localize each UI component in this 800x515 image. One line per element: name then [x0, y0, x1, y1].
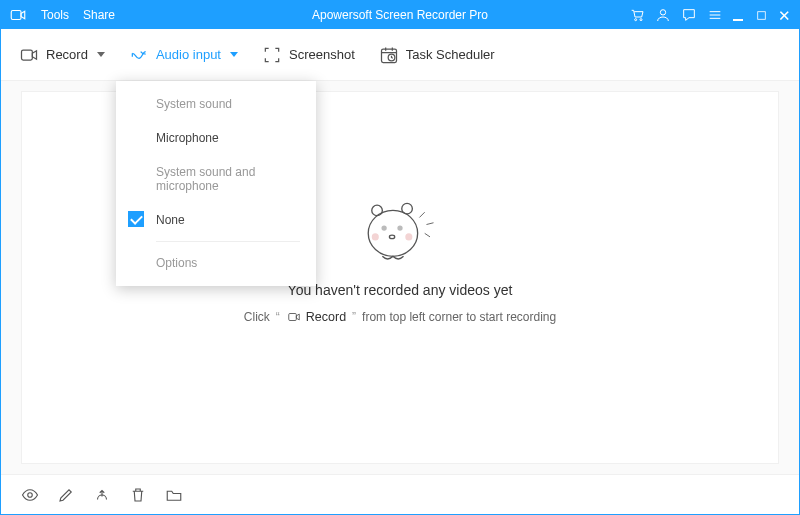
dropdown-item-system-sound[interactable]: System sound	[116, 87, 316, 121]
screenshot-label: Screenshot	[289, 47, 355, 62]
task-scheduler-button[interactable]: Task Scheduler	[379, 45, 495, 65]
dropdown-item-none-label: None	[156, 213, 185, 227]
svg-point-2	[640, 19, 642, 21]
record-button[interactable]: Record	[19, 45, 105, 65]
dropdown-item-none[interactable]: None	[116, 203, 316, 237]
task-scheduler-label: Task Scheduler	[406, 47, 495, 62]
close-button[interactable]: ✕	[778, 8, 791, 23]
audio-input-button[interactable]: Audio input	[129, 45, 238, 65]
empty-title: You haven't recorded any videos yet	[288, 282, 513, 298]
titlebar: Tools Share Apowersoft Screen Recorder P…	[1, 1, 799, 29]
svg-point-10	[397, 225, 402, 230]
mini-record-indicator: Record	[286, 310, 346, 324]
menu-tools[interactable]: Tools	[41, 8, 69, 22]
screenshot-button[interactable]: Screenshot	[262, 45, 355, 65]
svg-rect-4	[758, 11, 766, 19]
dropdown-item-system-and-mic[interactable]: System sound and microphone	[116, 155, 316, 203]
mascot-illustration	[355, 191, 445, 270]
chevron-down-icon	[97, 52, 105, 57]
feedback-icon[interactable]	[681, 7, 697, 23]
svg-point-1	[635, 19, 637, 21]
chevron-down-icon	[230, 52, 238, 57]
svg-point-8	[368, 210, 417, 256]
empty-click-text: Click	[244, 310, 270, 324]
quote-mark: ”	[352, 310, 356, 324]
svg-point-15	[402, 203, 413, 214]
svg-point-12	[372, 233, 379, 240]
footer-toolbar	[1, 474, 799, 514]
edit-icon[interactable]	[57, 486, 75, 504]
svg-point-11	[389, 235, 394, 239]
maximize-button[interactable]	[755, 9, 768, 22]
delete-icon[interactable]	[129, 486, 147, 504]
svg-point-13	[405, 233, 412, 240]
folder-icon[interactable]	[165, 486, 183, 504]
svg-point-3	[660, 10, 665, 15]
svg-point-9	[381, 225, 386, 230]
svg-rect-16	[289, 314, 297, 321]
dropdown-item-options[interactable]: Options	[116, 246, 316, 280]
cart-icon[interactable]	[629, 7, 645, 23]
checkmark-icon	[128, 211, 144, 227]
quote-mark: “	[276, 310, 280, 324]
svg-point-17	[28, 492, 33, 497]
titlebar-right: ✕	[629, 7, 791, 23]
svg-rect-5	[22, 50, 33, 60]
menu-icon[interactable]	[707, 7, 723, 23]
upload-icon[interactable]	[93, 486, 111, 504]
dropdown-separator	[156, 241, 300, 242]
app-logo-icon	[9, 6, 27, 24]
user-icon[interactable]	[655, 7, 671, 23]
main-toolbar: Record Audio input Screenshot Task Sched…	[1, 29, 799, 81]
record-label: Record	[46, 47, 88, 62]
app-window: Tools Share Apowersoft Screen Recorder P…	[0, 0, 800, 515]
empty-suffix-text: from top left corner to start recording	[362, 310, 556, 324]
audio-input-dropdown: System sound Microphone System sound and…	[116, 81, 316, 286]
dropdown-item-microphone[interactable]: Microphone	[116, 121, 316, 155]
minimize-button[interactable]	[733, 9, 745, 21]
svg-rect-0	[11, 11, 21, 20]
audio-input-label: Audio input	[156, 47, 221, 62]
mini-record-label: Record	[306, 310, 346, 324]
preview-icon[interactable]	[21, 486, 39, 504]
titlebar-left: Tools Share	[9, 6, 115, 24]
menu-share[interactable]: Share	[83, 8, 115, 22]
empty-subtitle: Click “ Record ” from top left corner to…	[244, 310, 556, 324]
svg-point-14	[372, 205, 383, 216]
